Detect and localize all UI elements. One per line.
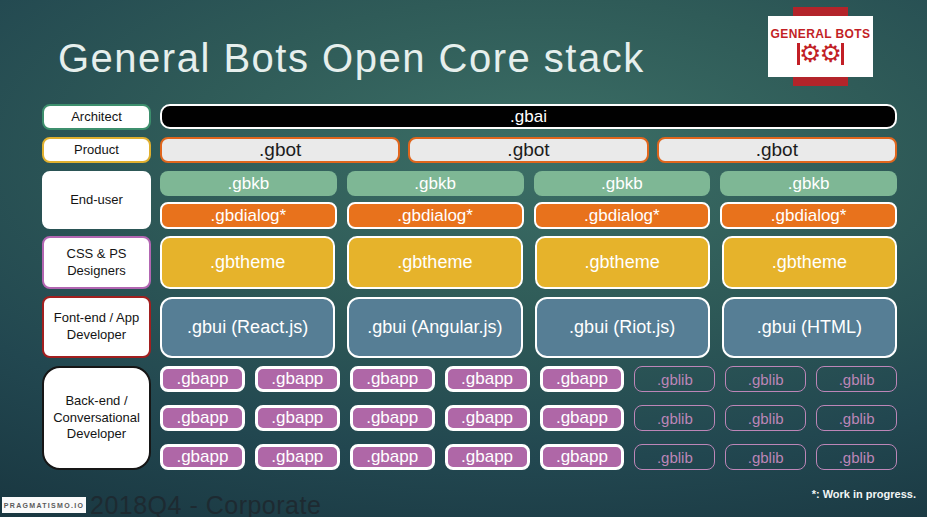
gear-icon: ⚙ [820, 41, 842, 66]
gbdialog-box: .gbdialog* [534, 202, 711, 229]
gear-bar-right-icon [841, 43, 844, 65]
layer-label-css-ps-designers: CSS & PS Designers [42, 236, 151, 289]
slide-canvas: General Bots Open Core stack GENERAL BOT… [0, 0, 927, 517]
page-title: General Bots Open Core stack [58, 36, 645, 81]
gbkb-box: .gbkb [720, 171, 897, 196]
pragmatismo-badge: PRAGMATISMO.IO [2, 497, 86, 513]
gbui-riot-box: .gbui (Riot.js) [535, 297, 710, 358]
gbapp-box: .gbapp [540, 366, 625, 392]
gbtheme-box: .gbtheme [347, 236, 522, 289]
gbai-box: .gbai [160, 104, 897, 129]
gblib-box: .gblib [816, 405, 897, 431]
layer-label-architect: Architect [42, 104, 151, 130]
gbapp-box: .gbapp [160, 405, 245, 431]
gblib-box: .gblib [634, 444, 715, 470]
gbdialog-box: .gbdialog* [347, 202, 524, 229]
row-gbapp-3: .gbapp .gbapp .gbapp .gbapp .gbapp .gbli… [160, 444, 897, 470]
gbapp-box: .gbapp [160, 444, 245, 470]
layer-label-frontend-app-developer: Font-end / App Developer [42, 296, 151, 358]
gbkb-box: .gbkb [534, 171, 711, 196]
row-architect: .gbai [160, 104, 897, 129]
work-in-progress-footnote: *: Work in progress. [812, 488, 916, 500]
layer-label-product: Product [42, 137, 151, 163]
gblib-box: .gblib [634, 405, 715, 431]
gbapp-box: .gbapp [255, 366, 340, 392]
row-gbapp-2: .gbapp .gbapp .gbapp .gbapp .gbapp .gbli… [160, 405, 897, 431]
gblib-box: .gblib [725, 366, 806, 392]
gbkb-box: .gbkb [347, 171, 524, 196]
gbapp-box: .gbapp [540, 444, 625, 470]
gbapp-box: .gbapp [445, 444, 530, 470]
general-bots-logo: GENERAL BOTS ⚙⚙ [768, 16, 873, 77]
gbdialog-box: .gbdialog* [160, 202, 337, 229]
gear-icon: ⚙ [799, 41, 821, 66]
gbot-box: .gbot [657, 137, 897, 163]
gbui-html-box: .gbui (HTML) [722, 297, 897, 358]
gblib-box: .gblib [634, 366, 715, 392]
gblib-box: .gblib [725, 444, 806, 470]
gblib-box: .gblib [816, 444, 897, 470]
gbapp-box: .gbapp [160, 366, 245, 392]
gbui-angular-box: .gbui (Angular.js) [347, 297, 522, 358]
gbapp-box: .gbapp [540, 405, 625, 431]
layer-label-backend-conversational-developer: Back-end / Conversational Developer [42, 366, 151, 470]
row-gbapp-1: .gbapp .gbapp .gbapp .gbapp .gbapp .gbli… [160, 366, 897, 392]
gbapp-box: .gbapp [255, 405, 340, 431]
gbot-box: .gbot [160, 137, 400, 163]
layer-label-end-user: End-user [42, 171, 151, 229]
gbkb-box: .gbkb [160, 171, 337, 196]
row-gbtheme: .gbtheme .gbtheme .gbtheme .gbtheme [160, 236, 897, 289]
gbtheme-box: .gbtheme [160, 236, 335, 289]
footer-date-label: 2018Q4 - Corporate [90, 491, 321, 517]
gbapp-box: .gbapp [445, 366, 530, 392]
gblib-box: .gblib [725, 405, 806, 431]
gbtheme-box: .gbtheme [722, 236, 897, 289]
row-product: .gbot .gbot .gbot [160, 137, 897, 163]
gbdialog-box: .gbdialog* [720, 202, 897, 229]
gbapp-box: .gbapp [350, 366, 435, 392]
gbot-box: .gbot [408, 137, 648, 163]
gblib-box: .gblib [816, 366, 897, 392]
row-gbui: .gbui (React.js) .gbui (Angular.js) .gbu… [160, 297, 897, 358]
row-gbkb: .gbkb .gbkb .gbkb .gbkb [160, 171, 897, 196]
gbapp-box: .gbapp [350, 405, 435, 431]
gears-icon: ⚙⚙ [797, 41, 844, 67]
gbapp-box: .gbapp [350, 444, 435, 470]
gbapp-box: .gbapp [445, 405, 530, 431]
gbapp-box: .gbapp [255, 444, 340, 470]
gbtheme-box: .gbtheme [535, 236, 710, 289]
row-gbdialog: .gbdialog* .gbdialog* .gbdialog* .gbdial… [160, 202, 897, 229]
gbui-react-box: .gbui (React.js) [160, 297, 335, 358]
